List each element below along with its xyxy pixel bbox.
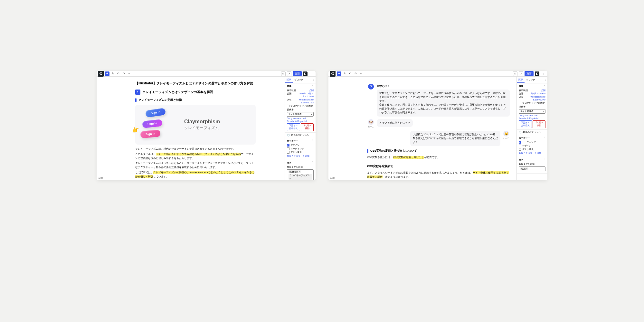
tab-block[interactable]: ブロック	[293, 77, 305, 83]
heading-3[interactable]: CSS変数を定義する	[367, 164, 510, 168]
add-block-button[interactable]: +	[337, 71, 341, 76]
chat-bubble-left[interactable]: 🐶わーこ どういう時に使うのにゃ？	[367, 119, 510, 128]
publish-value[interactable]: 2023年12月14日 4:32 AM	[297, 92, 314, 98]
undo-icon[interactable]: ↶	[348, 71, 352, 76]
paragraph[interactable]: まず、スタイルシート内でCSS変数をどのように定義するかを見てみましょう。たとえ…	[367, 171, 510, 179]
avatar-name: わんこ	[503, 137, 509, 140]
wp-logo-icon[interactable]	[330, 71, 336, 77]
author-select[interactable]: サイト管理者⌄	[287, 112, 314, 117]
more-icon[interactable]: ⋮	[542, 71, 546, 76]
add-category-link[interactable]: 新規カテゴリーを追加	[519, 152, 545, 155]
cat-check-2[interactable]: コーディング	[287, 147, 314, 150]
outline-icon[interactable]: ≡	[359, 71, 363, 76]
copy-draft-link[interactable]: Copy to a new draft	[519, 114, 545, 117]
url-value[interactable]: webdesignshiba.com/3295/	[529, 95, 545, 101]
clay-button-2: Sign In	[142, 119, 163, 128]
tag-input[interactable]: Illustrator × クレイモーフィズム ×	[287, 169, 314, 180]
categories-panel: カテゴリー⌃ コーディング デザイン デスク環境 新規カテゴリーを追加	[517, 135, 547, 157]
footer-label: 記事	[330, 176, 335, 180]
cat-check-1[interactable]: コーディング	[519, 141, 545, 144]
paragraph[interactable]: CSS変数を使うには、CSS変数の定義と呼び出しが必要です。	[367, 156, 510, 160]
heading-2[interactable]: CSS変数の定義と呼び出しについて	[367, 149, 510, 153]
cat-check-3[interactable]: デスク環境	[519, 148, 545, 151]
url-label: URL	[519, 95, 523, 101]
cat-check-2[interactable]: デザイン	[519, 144, 545, 147]
add-category-link[interactable]: 新規カテゴリーを追加	[287, 155, 314, 158]
paragraph[interactable]: クレイモーフィズムはイラストはもちろん、ユーザーインターフェースのデザインにおい…	[135, 161, 256, 170]
question-icon: ?	[368, 84, 374, 90]
trash-button[interactable]: ゴミ箱へ移動	[301, 123, 314, 131]
view-icon[interactable]: ▭	[281, 71, 286, 76]
tag-chip[interactable]: クレイモーフィズム ×	[289, 174, 312, 180]
publish-label: 公開	[287, 92, 291, 98]
preview-icon[interactable]: ↗	[519, 71, 523, 76]
tag-input[interactable]: CSS ×	[519, 166, 545, 171]
chevron-up-icon[interactable]: ⌃	[312, 139, 314, 143]
url-value[interactable]: webdesignshiba.com/1786/	[297, 98, 314, 104]
heading-1[interactable]: 1 クレイモーフィズムとは？デザインの基本を解説	[135, 90, 256, 95]
chevron-up-icon[interactable]: ⌃	[312, 161, 314, 165]
undo-icon[interactable]: ↶	[116, 71, 120, 76]
chevron-up-icon[interactable]: ⌃	[544, 158, 545, 162]
edit-icon[interactable]: ✎	[342, 71, 347, 76]
chevron-up-icon[interactable]: ⌃	[544, 85, 545, 88]
cat-check-3[interactable]: デスク環境	[287, 151, 314, 154]
close-icon[interactable]: ×	[544, 79, 547, 81]
edit-icon[interactable]: ✎	[110, 71, 115, 76]
highlight: CSS変数の定義と呼び出し	[393, 156, 424, 159]
more-icon[interactable]: ⋮	[310, 71, 314, 76]
status-value[interactable]: 公開	[309, 89, 314, 92]
author-select[interactable]: サイト管理者⌄	[519, 109, 545, 114]
paragraph[interactable]: このスタイルは、ぷくっと膨らんだような丸みのある粘土（クレイ）のような柔らかな質…	[135, 152, 256, 161]
sticky-checkbox[interactable]: ブログのトップに固定	[519, 101, 545, 105]
chat-bubble-right[interactable]: 🐱わんこ 大規模なプロジェクトでは色の管理や数値の管理が難しいよね。CSS変数を…	[367, 131, 510, 146]
redo-icon[interactable]: ↷	[121, 71, 126, 76]
editor-window-left: + ✎ ↶ ↷ ≡ ▭ ↗ 更新 ◧ ⋮ 【Illustrator】クレイモーフ…	[97, 71, 316, 180]
clock-icon: 🕑	[287, 134, 290, 137]
chevron-up-icon[interactable]: ⌃	[544, 137, 545, 140]
chevron-up-icon[interactable]: ⌃	[312, 85, 314, 88]
add-block-button[interactable]: +	[105, 71, 109, 76]
heading-2[interactable]: クレイモーフィズムの定義と特徴	[135, 98, 256, 102]
post-title[interactable]: 【Illustrator】クレイモーフィズムとは？デザインの基本とボタンの作り方…	[135, 81, 256, 86]
tab-block[interactable]: ブロック	[525, 77, 537, 83]
editor-canvas[interactable]: ? 変数とは？ 変数とは、プログラミングにおいて、データを一時的に保存するための…	[328, 77, 516, 180]
wp-logo-icon[interactable]	[98, 71, 104, 77]
preview-icon[interactable]: ↗	[287, 71, 291, 76]
revisions-link[interactable]: 🕑19件のリビジョン	[285, 133, 316, 138]
publish-value[interactable]: 1月3日 4:59 PM	[529, 92, 545, 95]
paragraph[interactable]: クレイモーフィズムは、現代のウェブデザインで注目されているスタイルの一つです。	[135, 147, 256, 151]
cat-check-1[interactable]: デザイン	[287, 144, 314, 147]
settings-toggle-icon[interactable]: ◧	[303, 71, 308, 76]
switch-draft-button[interactable]: 下書きへ切り替え	[287, 123, 300, 131]
tag-chip[interactable]: CSS ×	[520, 167, 528, 170]
view-icon[interactable]: ▭	[513, 71, 517, 76]
paragraph[interactable]: この記事では、クレイモーフィズムの特徴や、Adobe Illustratorでど…	[135, 171, 256, 179]
editor-canvas[interactable]: 【Illustrator】クレイモーフィズムとは？デザインの基本とボタンの作り方…	[97, 77, 285, 180]
close-icon[interactable]: ×	[312, 79, 316, 81]
author-label: 投稿者	[519, 105, 545, 109]
rewrite-link[interactable]: Rewrite & Republish	[519, 117, 545, 119]
tab-post[interactable]: 記事	[285, 77, 293, 83]
status-value[interactable]: 公開	[541, 89, 545, 92]
heading-text: CSS変数を定義する	[367, 164, 393, 168]
tag-chip[interactable]: Illustrator ×	[289, 170, 301, 173]
trash-button[interactable]: ゴミ箱へ移動	[533, 120, 546, 128]
top-toolbar: + ✎ ↶ ↷ ≡ ▭ ↗ 更新 ◧ ⋮	[97, 71, 316, 77]
heading-text: クレイモーフィズムの定義と特徴	[138, 98, 182, 102]
copy-draft-link[interactable]: Copy to a new draft	[287, 117, 314, 119]
switch-draft-button[interactable]: 下書きへ切り替え	[519, 120, 532, 128]
settings-toggle-icon[interactable]: ◧	[535, 71, 539, 76]
outline-icon[interactable]: ≡	[127, 71, 131, 76]
sticky-checkbox[interactable]: ブログのトップに固定	[287, 104, 314, 108]
revisions-link[interactable]: 🕑47件のリビジョン	[517, 130, 547, 135]
tags-panel: タグ⌃ 新規タグを追加 CSS ×	[517, 157, 547, 174]
sidebar-tabs: 記事 ブロック ×	[285, 77, 316, 83]
chat-question-block[interactable]: ? 変数とは？ 変数とは、プログラミングにおいて、データを一時的に保存するための…	[367, 84, 510, 117]
tab-post[interactable]: 記事	[517, 77, 525, 83]
top-toolbar: + ✎ ↶ ↷ ≡ ▭ ↗ 更新 ◧ ⋮	[328, 71, 547, 77]
rewrite-link[interactable]: Rewrite & Republish	[287, 120, 314, 122]
update-button[interactable]: 更新	[293, 71, 302, 76]
update-button[interactable]: 更新	[525, 71, 534, 76]
redo-icon[interactable]: ↷	[353, 71, 358, 76]
